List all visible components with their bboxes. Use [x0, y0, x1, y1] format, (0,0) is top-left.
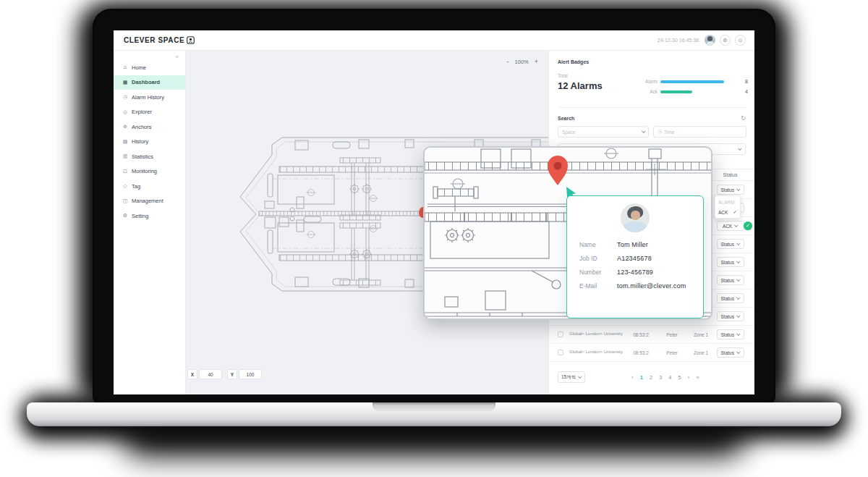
row-checkbox[interactable]: [558, 350, 563, 355]
zoom-in-button[interactable]: +: [535, 58, 538, 65]
logo-icon: [187, 36, 195, 44]
chevron-down-icon: [738, 147, 741, 151]
cell-status: Status: [714, 185, 746, 195]
sidebar-item-label: Explorer: [132, 109, 152, 115]
pagination: 15개씩 ‹12345›»: [558, 371, 746, 384]
person-field-row: Number123-456789: [567, 265, 703, 279]
status-dropdown-button[interactable]: Status: [717, 329, 744, 339]
chevron-down-icon: [736, 296, 740, 300]
chevron-down-icon: [736, 260, 740, 263]
cell-status: Status: [714, 275, 746, 285]
cell-status: Status: [714, 311, 746, 321]
sidebar-item-tag[interactable]: ◇Tag: [114, 179, 185, 194]
collapse-sidebar-icon[interactable]: «: [176, 54, 179, 60]
sidebar-item-label: Anchors: [132, 124, 152, 130]
chevron-down-icon: [735, 224, 739, 227]
last-page-button[interactable]: »: [696, 374, 699, 381]
sidebar-item-label: Monitoring: [132, 168, 157, 174]
total-alarms-value: 12 Alarms: [558, 80, 603, 91]
cell-status: Status: [714, 293, 746, 303]
chevron-down-icon: [736, 278, 740, 282]
sidebar-item-label: Alarm History: [132, 94, 164, 101]
status-dropdown-button[interactable]: Status: [717, 239, 744, 249]
sidebar-item-statistics[interactable]: ▥Statistics: [114, 149, 185, 164]
status-button-label: Status: [721, 314, 734, 319]
page-1[interactable]: 1: [640, 374, 643, 381]
chevron-down-icon: [579, 375, 582, 379]
y-input[interactable]: 100: [239, 369, 262, 379]
sidebar-item-dashboard[interactable]: ▦Dashboard: [114, 75, 185, 90]
cell-space: Global> London> University: [566, 332, 626, 337]
status-dropdown-button[interactable]: Status: [717, 275, 744, 285]
page-size-select[interactable]: 15개씩: [558, 371, 585, 383]
status-option-ack[interactable]: ACK✓: [715, 207, 740, 217]
person-field-row: NameTom Miller: [567, 237, 703, 251]
zoom-out-button[interactable]: -: [507, 58, 509, 65]
refresh-icon[interactable]: ↻: [741, 115, 746, 122]
bar-fill: [660, 80, 724, 83]
cell-status: Status: [714, 347, 746, 358]
status-button-label: ACK: [723, 224, 732, 229]
person-field-value: Tom Miller: [617, 241, 648, 248]
chevron-down-icon: [736, 332, 740, 336]
sidebar-item-setting[interactable]: ⚙Setting: [114, 208, 185, 224]
page-5[interactable]: 5: [678, 374, 681, 381]
y-coordinate: Y 100: [227, 369, 262, 379]
clock-icon: ◷: [658, 129, 662, 135]
sidebar-item-explorer[interactable]: ◎Explorer: [114, 105, 185, 120]
next-page-button[interactable]: ›: [688, 374, 690, 381]
chevron-down-icon: [736, 242, 740, 245]
cell-status: Status: [714, 329, 746, 339]
ack-check-icon[interactable]: ✓: [744, 221, 752, 230]
person-info-card: NameTom MillerJob IDA12345678Number123-4…: [566, 195, 704, 318]
status-dropdown-button[interactable]: Status: [717, 257, 744, 267]
status-option-label: ACK: [718, 210, 728, 215]
page-4[interactable]: 4: [668, 374, 671, 381]
bar-label: Alarm: [642, 79, 658, 84]
sidebar-item-alarm-history[interactable]: ◷Alarm History: [114, 90, 185, 105]
search-title: Search: [558, 116, 574, 121]
status-button-label: Status: [721, 242, 734, 247]
zoom-overlay-window[interactable]: NameTom MillerJob IDA12345678Number123-4…: [423, 146, 712, 320]
x-input[interactable]: 40: [199, 369, 222, 379]
cell-name: Peter: [656, 332, 688, 337]
page-size-label: 15개씩: [561, 374, 576, 381]
status-dropdown-button[interactable]: Status: [717, 293, 744, 303]
sidebar-menu: ⌂Home▦Dashboard◷Alarm History◎Explorer⊕A…: [114, 60, 185, 224]
sidebar-item-monitoring[interactable]: ⊡Monitoring: [114, 164, 185, 180]
sidebar-item-home[interactable]: ⌂Home: [114, 60, 185, 75]
zoom-control: - 100% +: [507, 58, 538, 65]
status-dropdown-button[interactable]: ACK: [717, 221, 744, 231]
sidebar: « ⌂Home▦Dashboard◷Alarm History◎Explorer…: [114, 51, 186, 394]
page-2[interactable]: 2: [650, 374, 652, 381]
cell-time: 08:53:2: [626, 332, 656, 337]
status-dropdown-button[interactable]: Status: [717, 311, 744, 321]
person-field-label: Name: [579, 241, 617, 248]
space-select[interactable]: Space: [558, 126, 649, 138]
sidebar-item-label: Home: [132, 64, 146, 71]
status-option-alarm[interactable]: ALARM: [715, 197, 740, 207]
sidebar-item-management[interactable]: ◫Management: [114, 194, 185, 209]
space-placeholder: Space: [562, 130, 639, 135]
status-dropdown-button[interactable]: Status: [717, 185, 744, 195]
explorer-icon: ◎: [122, 109, 128, 115]
power-icon[interactable]: ⊙: [735, 35, 746, 46]
page-background: CLEVER SPACE 24-12-30 16:45:38 ⚙ ⊙ « ⌂Ho…: [0, 0, 868, 477]
time-input[interactable]: ◷ Time: [653, 126, 746, 138]
status-dropdown-button[interactable]: Status: [717, 347, 744, 358]
prev-page-button[interactable]: ‹: [631, 374, 634, 381]
sidebar-item-label: Management: [132, 198, 163, 204]
sidebar-item-history[interactable]: ▤History: [114, 135, 185, 150]
sidebar-item-anchors[interactable]: ⊕Anchors: [114, 119, 185, 135]
row-checkbox[interactable]: [558, 332, 563, 337]
bar-track: [660, 90, 726, 93]
cell-zone: Zone 1: [688, 350, 714, 355]
status-button-label: Status: [721, 278, 734, 283]
page-3[interactable]: 3: [659, 374, 662, 381]
datetime-label: 24-12-30 16:45:38: [658, 38, 699, 43]
sidebar-item-label: Setting: [132, 213, 148, 219]
user-avatar[interactable]: [705, 35, 715, 46]
settings-icon[interactable]: ⚙: [720, 35, 731, 46]
chevron-down-icon: [736, 187, 740, 191]
person-field-row: Job IDA12345678: [567, 251, 703, 265]
